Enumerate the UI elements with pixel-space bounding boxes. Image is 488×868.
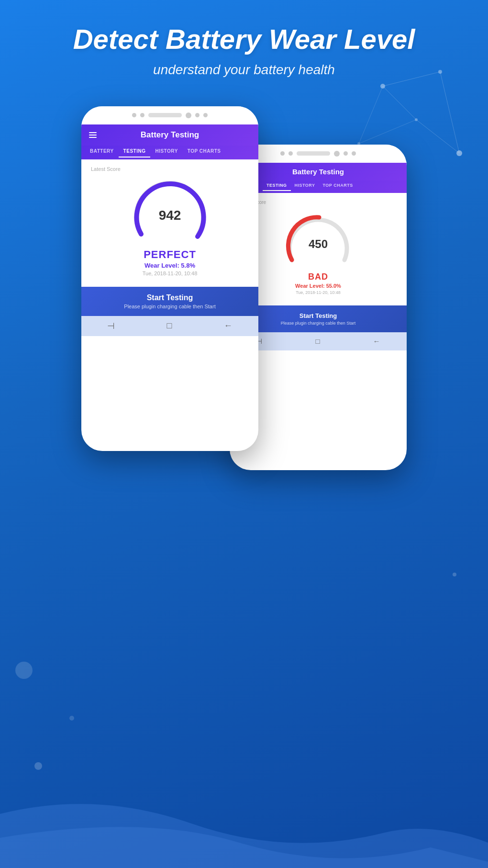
tab-history-left[interactable]: HISTORY [150, 146, 182, 158]
timestamp-left: Tue, 2018-11-20, 10:48 [143, 271, 198, 276]
phone-left: Battery Testing BATTERY TESTING HISTORY … [81, 106, 258, 451]
start-testing-sub-left: Please plugin charging cable then Start [91, 304, 249, 309]
score-wrapper-right: 450 [285, 210, 352, 269]
phone-dot-right-3 [344, 151, 348, 156]
tab-top-charts-right[interactable]: TOP CHARTS [319, 180, 357, 191]
svg-point-14 [453, 573, 456, 576]
phone-dot-left-2 [140, 113, 144, 117]
nav-bar-left: ⊣ □ ← [81, 316, 258, 336]
score-text-right: 450 [309, 237, 328, 250]
hamburger-icon-left[interactable] [89, 132, 97, 138]
hero-title: Detect Battery Wear Level [19, 24, 469, 55]
app-content-left: Latest Score 942 PERFECT Wear Level: 5.8… [81, 159, 258, 287]
latest-score-label-right: Latest Score [239, 200, 397, 205]
tab-testing-right[interactable]: TESTING [263, 180, 291, 191]
wear-level-left: Wear Level: 5.8% [144, 262, 195, 269]
start-testing-btn-right: Start Testing [239, 312, 397, 319]
gauge-right: 450 BAD Wear Level: 55.0% Tue, 2018-11-2… [239, 210, 397, 295]
phone-dot-right-4 [352, 151, 356, 156]
app-tabs-left: BATTERY TESTING HISTORY TOP CHARTS [81, 146, 258, 159]
tab-battery-left[interactable]: BATTERY [85, 146, 119, 158]
app-title-left: Battery Testing [141, 130, 200, 140]
status-text-right: BAD [308, 272, 328, 282]
nav-recent-right[interactable]: ← [373, 337, 380, 345]
phone-dot-right-1 [280, 151, 285, 156]
phone-dot-right-2 [288, 151, 293, 156]
svg-point-11 [15, 662, 33, 679]
status-text-left: PERFECT [144, 248, 196, 261]
gauge-svg-left: 942 [132, 177, 208, 244]
phone-dot-left-1 [132, 113, 136, 117]
score-wrapper-left: 942 [132, 177, 208, 246]
tab-top-charts-left[interactable]: TOP CHARTS [183, 146, 226, 158]
phones-container: Battery Testing BATTERY TESTING HISTORY … [0, 106, 488, 470]
start-testing-btn-left: Start Testing [91, 293, 249, 302]
hero-section: Detect Battery Wear Level understand you… [0, 0, 488, 92]
app-bottom-left[interactable]: Start Testing Please plugin charging cab… [81, 287, 258, 316]
gauge-left: 942 PERFECT Wear Level: 5.8% Tue, 2018-1… [91, 177, 249, 276]
nav-home-left[interactable]: □ [167, 321, 172, 331]
phone-camera-right [334, 151, 340, 157]
timestamp-right: Tue, 2018-11-20, 10:48 [296, 290, 341, 295]
tab-testing-left[interactable]: TESTING [119, 146, 151, 158]
svg-point-13 [69, 716, 74, 721]
app-title-right: Battery Testing [292, 168, 344, 176]
phone-speaker-right [297, 151, 330, 156]
phone-dot-left-3 [195, 113, 200, 117]
start-testing-sub-right: Please plugin charging cable then Start [239, 321, 397, 326]
hero-subtitle: understand your battery health [19, 62, 469, 78]
tab-history-right[interactable]: HISTORY [291, 180, 319, 191]
nav-home-right[interactable]: □ [315, 337, 320, 345]
phone-top-left [81, 106, 258, 124]
nav-back-left[interactable]: ⊣ [107, 321, 115, 331]
app-header-left: Battery Testing [81, 124, 258, 146]
gauge-svg-right: 450 [285, 210, 352, 267]
nav-recent-left[interactable]: ← [224, 321, 233, 331]
phone-dot-left-4 [203, 113, 208, 117]
phone-camera-left [186, 113, 191, 118]
wear-level-right: Wear Level: 55.0% [295, 283, 341, 289]
latest-score-label-left: Latest Score [91, 166, 249, 172]
svg-point-12 [34, 762, 42, 770]
phone-speaker-left [148, 113, 182, 117]
score-text-left: 942 [159, 208, 181, 223]
